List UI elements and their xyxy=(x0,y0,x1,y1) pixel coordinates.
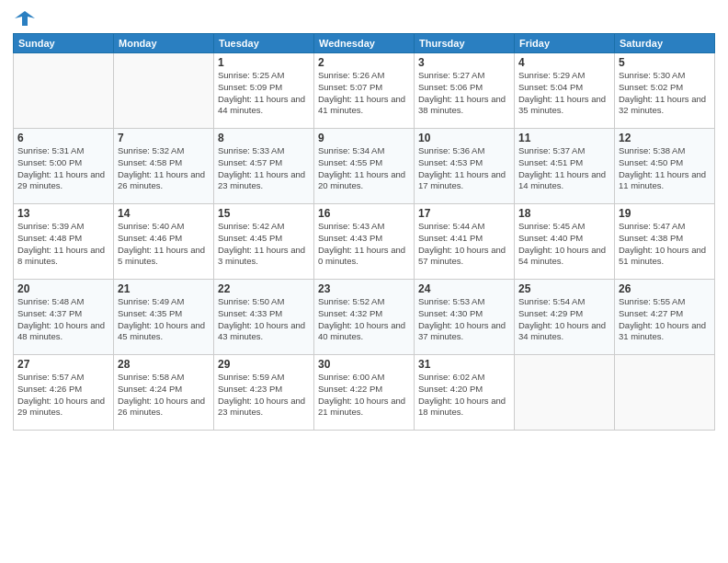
day-info: Sunrise: 5:29 AM Sunset: 5:04 PM Dayligh… xyxy=(518,70,610,117)
logo-bird-icon xyxy=(15,9,35,28)
day-info: Sunrise: 5:31 AM Sunset: 5:00 PM Dayligh… xyxy=(17,145,109,192)
day-info: Sunrise: 5:42 AM Sunset: 4:45 PM Dayligh… xyxy=(218,221,310,268)
day-number: 16 xyxy=(318,207,410,220)
day-info: Sunrise: 5:34 AM Sunset: 4:55 PM Dayligh… xyxy=(318,145,410,192)
calendar-cell: 22Sunrise: 5:50 AM Sunset: 4:33 PM Dayli… xyxy=(214,280,314,355)
calendar-cell xyxy=(515,355,615,431)
day-info: Sunrise: 5:57 AM Sunset: 4:26 PM Dayligh… xyxy=(17,372,109,419)
calendar-cell xyxy=(615,355,715,431)
day-number: 2 xyxy=(318,56,410,69)
calendar-cell: 21Sunrise: 5:49 AM Sunset: 4:35 PM Dayli… xyxy=(114,280,214,355)
day-info: Sunrise: 5:50 AM Sunset: 4:33 PM Dayligh… xyxy=(218,296,310,343)
day-number: 27 xyxy=(17,358,109,371)
day-info: Sunrise: 5:37 AM Sunset: 4:51 PM Dayligh… xyxy=(518,145,610,192)
calendar-cell xyxy=(14,53,114,129)
calendar-container: SundayMondayTuesdayWednesdayThursdayFrid… xyxy=(0,0,728,563)
day-info: Sunrise: 5:49 AM Sunset: 4:35 PM Dayligh… xyxy=(118,296,210,343)
day-number: 19 xyxy=(619,207,711,220)
day-info: Sunrise: 5:55 AM Sunset: 4:27 PM Dayligh… xyxy=(619,296,711,343)
day-number: 3 xyxy=(418,56,510,69)
day-number: 24 xyxy=(418,282,510,295)
day-info: Sunrise: 5:38 AM Sunset: 4:50 PM Dayligh… xyxy=(619,145,711,192)
day-number: 26 xyxy=(619,282,711,295)
day-number: 13 xyxy=(17,207,109,220)
day-number: 15 xyxy=(218,207,310,220)
calendar-cell xyxy=(114,53,214,129)
weekday-header-row: SundayMondayTuesdayWednesdayThursdayFrid… xyxy=(14,34,715,53)
day-number: 11 xyxy=(518,132,610,144)
week-row-2: 6Sunrise: 5:31 AM Sunset: 5:00 PM Daylig… xyxy=(14,129,715,204)
day-number: 4 xyxy=(518,56,610,69)
weekday-header-monday: Monday xyxy=(114,34,214,53)
weekday-header-friday: Friday xyxy=(515,34,615,53)
day-info: Sunrise: 5:26 AM Sunset: 5:07 PM Dayligh… xyxy=(318,70,410,117)
day-info: Sunrise: 5:39 AM Sunset: 4:48 PM Dayligh… xyxy=(17,221,109,268)
calendar-cell: 27Sunrise: 5:57 AM Sunset: 4:26 PM Dayli… xyxy=(14,355,114,431)
day-info: Sunrise: 5:43 AM Sunset: 4:43 PM Dayligh… xyxy=(318,221,410,268)
day-info: Sunrise: 5:32 AM Sunset: 4:58 PM Dayligh… xyxy=(118,145,210,192)
day-number: 28 xyxy=(118,358,210,371)
header xyxy=(13,9,715,28)
day-number: 18 xyxy=(518,207,610,220)
calendar-cell: 30Sunrise: 6:00 AM Sunset: 4:22 PM Dayli… xyxy=(314,355,415,431)
day-info: Sunrise: 5:30 AM Sunset: 5:02 PM Dayligh… xyxy=(619,70,711,117)
day-number: 9 xyxy=(318,132,410,144)
day-info: Sunrise: 5:59 AM Sunset: 4:23 PM Dayligh… xyxy=(218,372,310,419)
day-info: Sunrise: 5:54 AM Sunset: 4:29 PM Dayligh… xyxy=(518,296,610,343)
day-info: Sunrise: 5:44 AM Sunset: 4:41 PM Dayligh… xyxy=(418,221,510,268)
day-number: 23 xyxy=(318,282,410,295)
calendar-cell: 15Sunrise: 5:42 AM Sunset: 4:45 PM Dayli… xyxy=(214,204,314,280)
day-number: 8 xyxy=(218,132,310,144)
calendar-cell: 11Sunrise: 5:37 AM Sunset: 4:51 PM Dayli… xyxy=(515,129,615,204)
day-number: 12 xyxy=(619,132,711,144)
weekday-header-wednesday: Wednesday xyxy=(314,34,415,53)
week-row-4: 20Sunrise: 5:48 AM Sunset: 4:37 PM Dayli… xyxy=(14,280,715,355)
calendar-cell: 18Sunrise: 5:45 AM Sunset: 4:40 PM Dayli… xyxy=(515,204,615,280)
day-number: 29 xyxy=(218,358,310,371)
day-info: Sunrise: 5:45 AM Sunset: 4:40 PM Dayligh… xyxy=(518,221,610,268)
calendar-cell: 20Sunrise: 5:48 AM Sunset: 4:37 PM Dayli… xyxy=(14,280,114,355)
calendar-cell: 12Sunrise: 5:38 AM Sunset: 4:50 PM Dayli… xyxy=(615,129,715,204)
day-info: Sunrise: 5:33 AM Sunset: 4:57 PM Dayligh… xyxy=(218,145,310,192)
day-info: Sunrise: 5:53 AM Sunset: 4:30 PM Dayligh… xyxy=(418,296,510,343)
day-number: 6 xyxy=(17,132,109,144)
calendar-cell: 13Sunrise: 5:39 AM Sunset: 4:48 PM Dayli… xyxy=(14,204,114,280)
day-number: 22 xyxy=(218,282,310,295)
day-info: Sunrise: 6:00 AM Sunset: 4:22 PM Dayligh… xyxy=(318,372,410,419)
day-info: Sunrise: 5:48 AM Sunset: 4:37 PM Dayligh… xyxy=(17,296,109,343)
calendar-cell: 24Sunrise: 5:53 AM Sunset: 4:30 PM Dayli… xyxy=(415,280,515,355)
weekday-header-saturday: Saturday xyxy=(615,34,715,53)
day-number: 7 xyxy=(118,132,210,144)
weekday-header-thursday: Thursday xyxy=(415,34,515,53)
day-number: 17 xyxy=(418,207,510,220)
day-number: 30 xyxy=(318,358,410,371)
calendar-cell: 9Sunrise: 5:34 AM Sunset: 4:55 PM Daylig… xyxy=(314,129,415,204)
logo xyxy=(13,9,35,28)
week-row-5: 27Sunrise: 5:57 AM Sunset: 4:26 PM Dayli… xyxy=(14,355,715,431)
weekday-header-tuesday: Tuesday xyxy=(214,34,314,53)
calendar-cell: 25Sunrise: 5:54 AM Sunset: 4:29 PM Dayli… xyxy=(515,280,615,355)
day-info: Sunrise: 5:25 AM Sunset: 5:09 PM Dayligh… xyxy=(218,70,310,117)
day-info: Sunrise: 5:27 AM Sunset: 5:06 PM Dayligh… xyxy=(418,70,510,117)
weekday-header-sunday: Sunday xyxy=(14,34,114,53)
calendar-cell: 8Sunrise: 5:33 AM Sunset: 4:57 PM Daylig… xyxy=(214,129,314,204)
calendar-cell: 7Sunrise: 5:32 AM Sunset: 4:58 PM Daylig… xyxy=(114,129,214,204)
day-number: 25 xyxy=(518,282,610,295)
day-number: 5 xyxy=(619,56,711,69)
day-info: Sunrise: 5:58 AM Sunset: 4:24 PM Dayligh… xyxy=(118,372,210,419)
calendar-cell: 23Sunrise: 5:52 AM Sunset: 4:32 PM Dayli… xyxy=(314,280,415,355)
calendar-cell: 6Sunrise: 5:31 AM Sunset: 5:00 PM Daylig… xyxy=(14,129,114,204)
calendar-cell: 3Sunrise: 5:27 AM Sunset: 5:06 PM Daylig… xyxy=(415,53,515,129)
calendar-cell: 2Sunrise: 5:26 AM Sunset: 5:07 PM Daylig… xyxy=(314,53,415,129)
calendar-cell: 29Sunrise: 5:59 AM Sunset: 4:23 PM Dayli… xyxy=(214,355,314,431)
day-info: Sunrise: 6:02 AM Sunset: 4:20 PM Dayligh… xyxy=(418,372,510,419)
day-number: 21 xyxy=(118,282,210,295)
week-row-3: 13Sunrise: 5:39 AM Sunset: 4:48 PM Dayli… xyxy=(14,204,715,280)
day-number: 20 xyxy=(17,282,109,295)
calendar-cell: 26Sunrise: 5:55 AM Sunset: 4:27 PM Dayli… xyxy=(615,280,715,355)
calendar-cell: 1Sunrise: 5:25 AM Sunset: 5:09 PM Daylig… xyxy=(214,53,314,129)
calendar-cell: 5Sunrise: 5:30 AM Sunset: 5:02 PM Daylig… xyxy=(615,53,715,129)
calendar-cell: 4Sunrise: 5:29 AM Sunset: 5:04 PM Daylig… xyxy=(515,53,615,129)
svg-marker-0 xyxy=(15,11,35,26)
calendar-cell: 17Sunrise: 5:44 AM Sunset: 4:41 PM Dayli… xyxy=(415,204,515,280)
